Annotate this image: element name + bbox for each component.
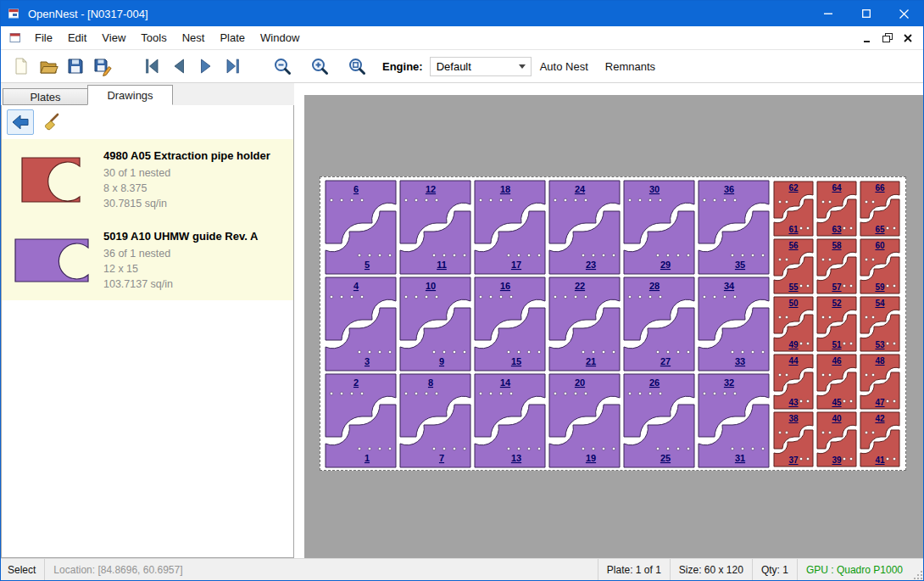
nest-plate[interactable]: 6512111817242330293635431091615222128273… (320, 176, 906, 471)
svg-text:21: 21 (586, 356, 596, 366)
zoom-out-button[interactable] (269, 53, 296, 80)
drill-hole (849, 399, 853, 403)
drill-hole (703, 198, 706, 202)
menu-file[interactable]: File (27, 28, 60, 47)
nest-cell[interactable]: 5049 (772, 295, 815, 353)
nest-cell[interactable]: 5655 (772, 237, 815, 295)
drill-hole (821, 200, 825, 204)
svg-text:32: 32 (724, 377, 734, 388)
menu-view[interactable]: View (94, 28, 133, 47)
open-button[interactable] (35, 53, 62, 80)
nest-cell[interactable]: 3029 (622, 179, 697, 276)
nest-cell[interactable]: 2019 (548, 372, 622, 469)
menu-plate[interactable]: Plate (212, 28, 253, 47)
nest-cell[interactable]: 5251 (815, 295, 859, 353)
drill-hole (517, 447, 520, 450)
mdi-minimize-button[interactable] (857, 30, 877, 47)
status-qty: Qty: 1 (753, 559, 798, 580)
drill-hole (388, 350, 392, 354)
nest-cell[interactable]: 1413 (473, 372, 548, 469)
engine-select[interactable]: Default (430, 57, 532, 76)
nav-prev-button[interactable] (165, 53, 192, 80)
menu-window[interactable]: Window (253, 28, 307, 47)
nest-cell[interactable]: 4847 (859, 353, 902, 411)
nest-cell[interactable]: 3635 (697, 179, 771, 276)
nest-cell[interactable]: 43 (324, 276, 398, 372)
svg-text:33: 33 (735, 356, 745, 366)
new-document-icon (11, 56, 31, 76)
drill-hole (388, 254, 392, 257)
nest-cell[interactable]: 6059 (859, 237, 902, 295)
svg-text:13: 13 (511, 453, 521, 463)
svg-text:37: 37 (788, 455, 799, 465)
menu-nest[interactable]: Nest (175, 28, 213, 47)
nest-cell[interactable]: 1615 (473, 276, 548, 372)
nest-cell[interactable]: 5857 (815, 237, 859, 295)
drawing-info: 5019 A10 UHMW guide Rev. A 36 of 1 neste… (103, 228, 258, 292)
clear-drawings-button[interactable] (38, 110, 64, 134)
save-as-button[interactable] (89, 53, 116, 80)
nest-cell[interactable]: 6463 (815, 180, 859, 237)
nest-cell[interactable]: 87 (398, 372, 473, 469)
nest-cell[interactable]: 1211 (398, 179, 473, 276)
new-button[interactable] (8, 53, 35, 80)
nav-first-button[interactable] (138, 53, 165, 80)
nest-cell[interactable]: 21 (324, 372, 398, 469)
svg-text:46: 46 (832, 356, 842, 366)
menu-tools[interactable]: Tools (133, 28, 174, 47)
drill-hole (592, 254, 595, 257)
nest-cell[interactable]: 65 (324, 179, 398, 276)
drill-hole (378, 254, 381, 257)
drill-hole (733, 295, 737, 299)
canvas-background[interactable]: 6512111817242330293635431091615222128273… (304, 95, 923, 558)
svg-text:58: 58 (832, 241, 842, 250)
nest-cell[interactable]: 109 (398, 276, 473, 372)
list-item[interactable]: 4980 A05 Extraction pipe holder 30 of 1 … (2, 139, 293, 220)
title-bar: OpenNest - [N0317-004] (1, 1, 923, 26)
nest-cell[interactable]: 3231 (697, 372, 771, 469)
nest-cell[interactable]: 5453 (859, 295, 902, 353)
nest-cell[interactable]: 4443 (772, 353, 815, 411)
nest-cell[interactable]: 1817 (473, 179, 548, 276)
nest-cell[interactable]: 6261 (772, 180, 815, 237)
nest-cell[interactable]: 4241 (859, 411, 902, 468)
menu-edit[interactable]: Edit (60, 28, 94, 47)
save-button[interactable] (62, 53, 89, 80)
close-button[interactable] (885, 1, 923, 26)
auto-nest-button[interactable]: Auto Nest (532, 55, 597, 78)
mdi-close-button[interactable] (898, 30, 918, 47)
drill-hole (425, 198, 428, 202)
remnants-button[interactable]: Remnants (597, 55, 664, 78)
zoom-fit-button[interactable] (343, 53, 370, 80)
nav-next-button[interactable] (192, 53, 220, 80)
nest-cell[interactable]: 4645 (815, 353, 859, 411)
nav-last-button[interactable] (220, 53, 247, 80)
drill-hole (659, 392, 662, 395)
drill-hole (638, 392, 642, 395)
svg-text:43: 43 (788, 398, 799, 407)
drill-hole (785, 200, 788, 204)
nest-cell[interactable]: 6665 (859, 180, 902, 237)
import-drawing-button[interactable] (7, 109, 34, 135)
drill-hole (703, 392, 706, 395)
nest-cell[interactable]: 2423 (548, 179, 622, 276)
nest-cell[interactable]: 4039 (815, 411, 859, 468)
maximize-button[interactable] (847, 1, 885, 26)
resize-grip[interactable] (911, 559, 923, 580)
zoom-in-button[interactable] (306, 53, 333, 80)
drill-hole (871, 431, 875, 434)
minimize-button[interactable] (809, 1, 847, 26)
nest-cell[interactable]: 2221 (548, 276, 622, 372)
nest-cell[interactable]: 2625 (622, 372, 697, 469)
list-item[interactable]: 5019 A10 UHMW guide Rev. A 36 of 1 neste… (2, 220, 293, 300)
tab-plates[interactable]: Plates (3, 88, 88, 105)
nest-cell[interactable]: 2827 (622, 276, 697, 372)
nest-cell[interactable]: 3837 (772, 411, 815, 468)
tab-drawings[interactable]: Drawings (87, 85, 173, 105)
drill-hole (463, 350, 466, 354)
mdi-restore-button[interactable] (877, 30, 898, 47)
nest-canvas[interactable]: 6512111817242330293635431091615222128273… (294, 83, 923, 558)
drill-hole (489, 295, 493, 299)
nest-cell[interactable]: 3433 (697, 276, 771, 372)
svg-text:63: 63 (832, 225, 842, 234)
